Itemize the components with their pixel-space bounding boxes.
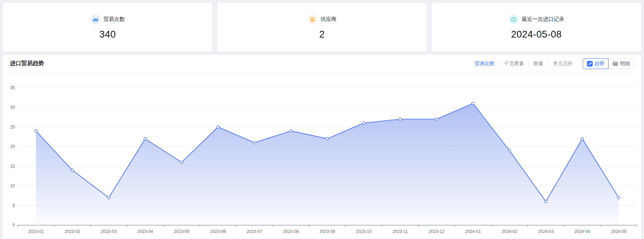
data-point-marker: [617, 197, 620, 199]
x-axis-tick-label: 2023-12: [429, 229, 444, 234]
x-axis-tick-label: 2024-04: [575, 229, 590, 234]
bar-chart-icon: [90, 15, 100, 24]
stat-label: 最近一次进口记录: [522, 16, 564, 23]
shop-icon: [307, 15, 317, 24]
tab-separator: [529, 61, 529, 66]
metric-tab-kg-weight[interactable]: 千克重量: [504, 61, 524, 67]
x-axis-tick-label: 2024-01: [465, 229, 481, 234]
stats-row: 贸易次数 340 供应商 2 最: [0, 0, 644, 51]
x-axis-tick-label: 2023-10: [356, 229, 372, 234]
import-trend-card: 进口贸易趋势 贸易次数 千克重量 数量 美元总价 趋势: [3, 55, 641, 239]
x-axis-tick-label: 2024-05: [611, 229, 627, 234]
clock-icon: [509, 15, 519, 24]
stat-value: 2024-05-08: [511, 29, 562, 40]
data-point-marker: [144, 137, 147, 140]
stat-label: 贸易次数: [103, 16, 125, 23]
x-axis-tick-label: 2023-04: [137, 229, 153, 234]
data-point-marker: [71, 169, 74, 172]
x-axis-tick-label: 2023-07: [247, 229, 262, 234]
y-axis-tick-label: 5: [12, 203, 15, 208]
trend-view-label: 趋势: [594, 61, 604, 67]
x-axis-tick-label: 2023-06: [210, 229, 226, 234]
x-axis-tick-label: 2023-01: [28, 229, 44, 234]
x-axis-tick-label: 2024-03: [538, 229, 554, 234]
chart-header: 进口贸易趋势 贸易次数 千克重量 数量 美元总价 趋势: [10, 55, 634, 73]
x-axis-tick-label: 2024-02: [502, 229, 517, 234]
x-axis-tick-label: 2023-08: [283, 229, 299, 234]
detail-view-label: 明细: [620, 61, 630, 67]
y-axis-tick-label: 15: [10, 164, 15, 169]
stat-head: 供应商: [307, 15, 337, 24]
x-axis-tick-label: 2023-05: [174, 229, 190, 234]
stat-head: 最近一次进口记录: [509, 15, 564, 24]
data-point-marker: [107, 197, 110, 199]
data-point-marker: [326, 137, 329, 140]
y-axis-tick-label: 10: [10, 183, 15, 188]
x-axis-tick-label: 2023-09: [320, 229, 335, 234]
data-point-marker: [399, 118, 402, 121]
y-axis-tick-label: 30: [10, 105, 15, 110]
trend-chart-area: 051015202530352023-012023-022023-032023-…: [3, 73, 641, 239]
stat-head: 贸易次数: [90, 15, 125, 24]
table-icon: [612, 61, 618, 67]
data-point-marker: [472, 102, 475, 105]
stat-card-last-import: 最近一次进口记录 2024-05-08: [432, 3, 641, 51]
stat-value: 340: [99, 29, 116, 40]
y-axis-tick-label: 20: [10, 144, 15, 149]
tab-separator: [548, 61, 548, 66]
view-toggle-group: 趋势 明细: [583, 58, 634, 69]
x-axis-tick-label: 2023-03: [101, 229, 117, 234]
trend-icon: [587, 61, 593, 67]
data-point-marker: [217, 126, 220, 129]
area-fill: [36, 103, 618, 225]
stat-label: 供应商: [321, 16, 337, 23]
stat-card-suppliers: 供应商 2: [217, 3, 426, 51]
stat-card-trade-count: 贸易次数 340: [3, 3, 212, 51]
detail-view-button[interactable]: 明细: [608, 58, 634, 69]
data-point-marker: [435, 118, 438, 121]
y-axis-tick-label: 35: [10, 85, 15, 90]
metric-tab-quantity[interactable]: 数量: [533, 61, 543, 67]
data-point-marker: [581, 137, 584, 140]
chart-title: 进口贸易趋势: [10, 60, 44, 67]
trend-view-button[interactable]: 趋势: [583, 58, 609, 69]
tab-separator: [499, 61, 499, 66]
data-point-marker: [508, 149, 511, 152]
data-point-marker: [35, 130, 38, 132]
metric-tab-trade-count[interactable]: 贸易次数: [475, 61, 495, 67]
data-point-marker: [180, 161, 183, 164]
data-point-marker: [362, 122, 365, 125]
x-axis-tick-label: 2023-02: [64, 229, 80, 234]
y-axis-tick-label: 25: [10, 125, 15, 130]
metric-tab-usd-total[interactable]: 美元总价: [553, 61, 573, 67]
data-point-marker: [253, 141, 256, 144]
x-axis-tick-label: 2023-11: [392, 229, 408, 234]
data-point-marker: [289, 130, 292, 132]
y-axis-tick-label: 0: [12, 223, 15, 228]
trend-chart[interactable]: 051015202530352023-012023-022023-032023-…: [3, 73, 641, 239]
chart-header-controls: 贸易次数 千克重量 数量 美元总价 趋势: [475, 58, 634, 69]
stat-value: 2: [319, 29, 325, 40]
data-point-marker: [544, 200, 547, 203]
